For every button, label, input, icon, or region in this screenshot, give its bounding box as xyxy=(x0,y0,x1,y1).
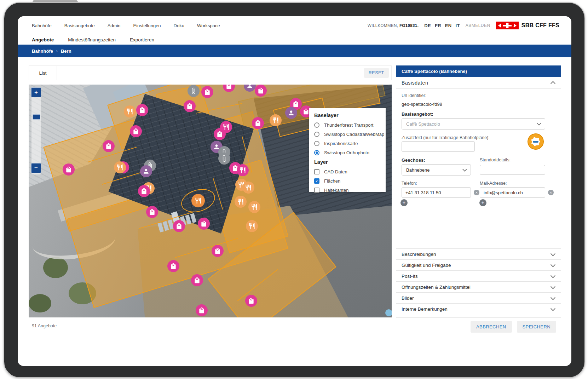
marker-shop[interactable] xyxy=(146,206,158,218)
nav-item-workspace[interactable]: Workspace xyxy=(197,23,220,28)
lang-it[interactable]: IT xyxy=(456,23,460,28)
marker-shop[interactable] xyxy=(103,140,115,152)
marker-shop[interactable] xyxy=(184,100,196,112)
nav-item-bahnhöfe[interactable]: Bahnhöfe xyxy=(32,23,52,28)
geschoss-select[interactable]: Bahnebene xyxy=(402,164,471,176)
chevron-down-icon xyxy=(550,306,555,311)
shopping-bag-icon xyxy=(139,107,146,114)
marker-restaurant[interactable] xyxy=(270,114,282,126)
marker-shop[interactable] xyxy=(252,117,264,129)
marker-restaurant[interactable] xyxy=(114,161,126,173)
nav-item-admin[interactable]: Admin xyxy=(108,23,121,28)
marker-shop[interactable] xyxy=(245,295,257,307)
marker-restaurant_pink[interactable] xyxy=(237,164,249,176)
subnav-item-angebote[interactable]: Angebote xyxy=(32,37,54,42)
checkbox-icon[interactable] xyxy=(314,169,319,174)
baselayer-option-inspirationskarte[interactable]: Inspirationskarte xyxy=(314,139,386,148)
reset-button[interactable]: RESET xyxy=(364,68,389,78)
marker-shop[interactable] xyxy=(167,260,179,272)
add-mail-button[interactable]: + xyxy=(479,199,486,206)
marker-location[interactable] xyxy=(385,309,392,316)
nav-item-basisangebote[interactable]: Basisangebote xyxy=(64,23,95,28)
save-button[interactable]: SPEICHERN xyxy=(517,321,556,333)
layer-option-flächen[interactable]: ✓Flächen xyxy=(314,176,386,185)
accordion-gültigkeit-und-freigabe[interactable]: Gültigkeit und Freigabe xyxy=(396,259,561,270)
marker-shop[interactable] xyxy=(130,125,142,137)
layer-option-cad-daten[interactable]: CAD Daten xyxy=(314,167,386,176)
telefon-input[interactable] xyxy=(402,187,471,198)
detail-sidebar: Caffè Spettacolo (Bahnebene) Basisdaten … xyxy=(396,65,561,334)
radio-icon[interactable] xyxy=(314,141,319,146)
zoom-slider-track[interactable] xyxy=(31,88,41,174)
add-telefon-button[interactable]: + xyxy=(400,199,408,206)
checkbox-icon[interactable] xyxy=(314,188,319,193)
accordion-bilder[interactable]: Bilder xyxy=(396,292,561,303)
section-basisdaten[interactable]: Basisdaten xyxy=(396,77,561,89)
chevron-down-icon xyxy=(537,121,541,126)
marker-shop[interactable] xyxy=(255,85,267,97)
marker-restaurant[interactable] xyxy=(248,201,260,213)
marker-restaurant[interactable] xyxy=(124,105,136,117)
nav-item-doku[interactable]: Doku xyxy=(174,23,184,28)
marker-shop[interactable] xyxy=(191,274,203,286)
tab-list[interactable]: List xyxy=(29,66,57,80)
checkbox-icon[interactable]: ✓ xyxy=(314,178,319,184)
marker-attachment[interactable] xyxy=(218,153,230,165)
lang-fr[interactable]: FR xyxy=(435,23,441,28)
baselayer-option-thunderforest-transport[interactable]: Thunderforest Transport xyxy=(314,120,386,130)
basisangebot-select[interactable]: Caffè Spettacolo xyxy=(402,118,545,130)
lang-en[interactable]: EN xyxy=(445,23,452,28)
marker-selected-restaurant[interactable] xyxy=(191,194,205,207)
baselayer-option-label: Thunderforest Transport xyxy=(324,122,373,128)
cancel-button[interactable]: ABBRECHEN xyxy=(471,321,512,333)
baselayer-option-swisstopo-orthophoto[interactable]: Swisstopo Orthophoto xyxy=(314,148,386,157)
marker-shop[interactable] xyxy=(196,304,208,316)
mail-input[interactable] xyxy=(480,187,545,198)
chevron-down-icon xyxy=(550,295,555,300)
accordion-interne-bemerkungen[interactable]: Interne Bemerkungen xyxy=(396,303,561,314)
radio-icon[interactable] xyxy=(314,122,319,128)
zoom-in-button[interactable]: + xyxy=(31,87,41,97)
subnav-item-exportieren[interactable]: Exportieren xyxy=(130,37,154,42)
map-canvas[interactable]: + − Baselayer Thunderforest TransportSwi… xyxy=(29,85,392,317)
marker-shop[interactable] xyxy=(198,218,210,230)
marker-shop[interactable] xyxy=(63,163,75,176)
marker-shop[interactable] xyxy=(136,104,148,116)
marker-attachment[interactable] xyxy=(188,85,200,97)
shopping-bag-icon xyxy=(186,103,193,110)
clear-telefon-icon[interactable]: × xyxy=(474,190,479,195)
marker-shop[interactable] xyxy=(201,86,213,98)
accordion-beschreibungen[interactable]: Beschreibungen xyxy=(396,248,561,259)
subnav-item-mindestöffnungszeiten[interactable]: Mindestöffnungszeiten xyxy=(68,37,116,42)
accordion-öffnungszeiten-&-zahlungsmittel[interactable]: Öffnungszeiten & Zahlungsmittel xyxy=(396,281,561,292)
nav-item-einstellungen[interactable]: Einstellungen xyxy=(133,23,161,28)
marker-restaurant[interactable] xyxy=(235,196,247,208)
breadcrumb-root[interactable]: Bahnhöfe xyxy=(32,48,53,54)
marker-service[interactable] xyxy=(285,107,297,119)
zusatzfeld-input[interactable] xyxy=(402,141,475,152)
zoom-slider-handle[interactable] xyxy=(33,114,40,120)
accordion-post-its[interactable]: Post-Its xyxy=(396,270,561,281)
chevron-down-icon xyxy=(462,167,467,172)
radio-icon[interactable] xyxy=(314,150,319,155)
layer-title: Layer xyxy=(314,159,386,165)
lang-de[interactable]: DE xyxy=(424,23,431,28)
fork-knife-icon xyxy=(195,197,202,204)
marker-shop[interactable] xyxy=(138,185,150,197)
marker-shop[interactable] xyxy=(212,245,224,257)
marker-restaurant[interactable] xyxy=(242,182,254,194)
marker-service[interactable] xyxy=(140,165,152,177)
zoom-out-button[interactable]: − xyxy=(31,163,41,173)
shopping-bag-icon xyxy=(194,277,201,284)
radio-icon[interactable] xyxy=(314,132,319,137)
marker-shop[interactable] xyxy=(173,220,185,232)
baselayer-option-swisstopo-cadastralwebmap[interactable]: Swisstopo CadastralWebMap xyxy=(314,130,386,139)
layer-option-haltekanten[interactable]: Haltekanten xyxy=(314,185,386,195)
accordion-list: BeschreibungenGültigkeit und FreigabePos… xyxy=(396,248,561,314)
marker-restaurant_pink[interactable] xyxy=(220,121,232,133)
logout-link[interactable]: ABMELDEN xyxy=(466,23,490,28)
standortdetails-input[interactable] xyxy=(480,165,545,175)
accordion-label: Gültigkeit und Freigabe xyxy=(402,263,451,268)
marker-restaurant[interactable] xyxy=(246,220,258,232)
clear-mail-icon[interactable]: × xyxy=(548,190,554,195)
